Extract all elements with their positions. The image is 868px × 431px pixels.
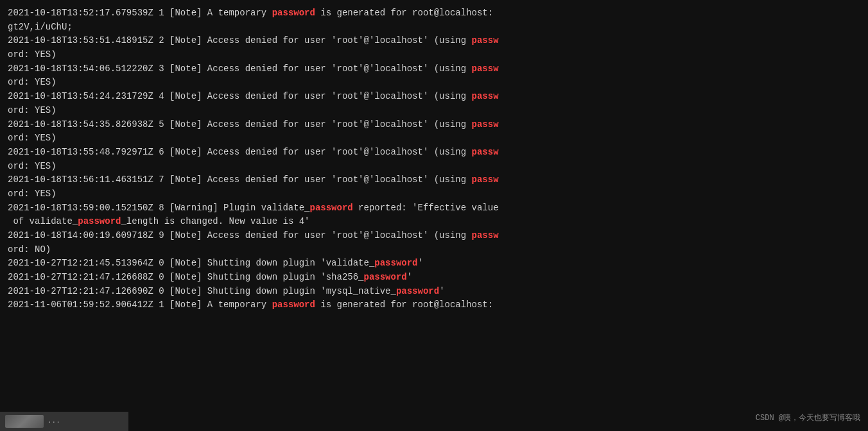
normal-text: 2021-11-06T01:59:52.906412Z 1 [Note] A t… [8,300,272,310]
normal-text: 2021-10-18T13:55:48.792971Z 6 [Note] Acc… [8,147,472,157]
normal-text: ord: YES) [8,161,56,171]
highlighted-keyword: passw [472,91,499,101]
normal-text: 2021-10-27T12:21:45.513964Z 0 [Note] Shu… [8,258,374,268]
highlighted-keyword: password [272,8,315,18]
log-line: ord: YES) [8,48,860,62]
bottom-bar-text: ... [48,416,60,427]
normal-text: ' [418,258,423,268]
highlighted-keyword: password [309,203,352,213]
log-line: ord: NO) [8,243,860,257]
normal-text: ord: YES) [8,189,56,199]
normal-text: 2021-10-18T13:52:17.679539Z 1 [Note] A t… [8,8,272,18]
highlighted-keyword: passw [472,174,499,185]
normal-text: 2021-10-27T12:21:47.126688Z 0 [Note] Shu… [8,272,364,282]
log-line: ord: YES) [8,187,860,201]
log-line: 2021-10-18T13:54:06.512220Z 3 [Note] Acc… [8,62,860,76]
log-line: of validate_password_length is changed. … [8,215,860,229]
normal-text: 2021-10-27T12:21:47.126690Z 0 [Note] Shu… [8,286,396,296]
log-line: 2021-10-27T12:21:47.126690Z 0 [Note] Shu… [8,285,860,299]
highlighted-keyword: passw [472,63,499,74]
normal-text: 2021-10-18T13:56:11.463151Z 7 [Note] Acc… [8,174,472,185]
normal-text: 2021-10-18T14:00:19.609718Z 9 [Note] Acc… [8,230,472,241]
highlighted-keyword: passw [472,230,499,241]
highlighted-keyword: password [374,258,417,268]
normal-text: ' [439,286,444,296]
log-line: 2021-10-18T13:53:51.418915Z 2 [Note] Acc… [8,34,860,48]
normal-text: ord: NO) [8,244,51,255]
log-line: ord: YES) [8,131,860,146]
highlighted-keyword: passw [472,147,499,157]
normal-text: ord: YES) [8,77,56,87]
normal-text: 2021-10-18T13:59:00.152150Z 8 [Warning] … [8,203,309,213]
log-line: 2021-10-18T13:56:11.463151Z 7 [Note] Acc… [8,173,860,187]
normal-text: is generated for root@localhost: [315,8,493,18]
normal-text: ord: YES) [8,133,56,143]
normal-text: is generated for root@localhost: [315,300,493,310]
highlighted-keyword: passw [472,35,499,46]
watermark: CSDN @咦，今天也要写博客哦 [756,412,860,425]
log-line: 2021-11-06T01:59:52.906412Z 1 [Note] A t… [8,298,860,312]
highlighted-keyword: password [78,216,121,226]
log-line: 2021-10-27T12:21:45.513964Z 0 [Note] Shu… [8,257,860,271]
log-line: 2021-10-18T13:52:17.679539Z 1 [Note] A t… [8,6,860,21]
highlighted-keyword: passw [472,119,499,130]
log-line: ord: YES) [8,160,860,174]
log-line: 2021-10-18T13:54:24.231729Z 4 [Note] Acc… [8,90,860,104]
normal-text: ' [407,272,412,282]
normal-text: gt2V,i/uChU; [8,22,73,32]
log-line: ord: YES) [8,76,860,90]
log-line: 2021-10-18T13:55:48.792971Z 6 [Note] Acc… [8,146,860,160]
log-container: 2021-10-18T13:52:17.679539Z 1 [Note] A t… [8,6,860,312]
normal-text: ord: YES) [8,49,56,60]
log-line: 2021-10-18T13:54:35.826938Z 5 [Note] Acc… [8,118,860,132]
normal-text: of validate_ [8,216,78,226]
bottom-bar: ... [0,412,128,431]
bottom-bar-image [5,415,44,428]
normal-text: 2021-10-18T13:54:06.512220Z 3 [Note] Acc… [8,63,472,74]
normal-text: reported: 'Effective value [353,203,499,213]
log-line: 2021-10-18T13:59:00.152150Z 8 [Warning] … [8,201,860,216]
highlighted-keyword: password [364,272,407,282]
normal-text: 2021-10-18T13:54:24.231729Z 4 [Note] Acc… [8,91,472,101]
normal-text: 2021-10-18T13:54:35.826938Z 5 [Note] Acc… [8,119,472,130]
log-line: gt2V,i/uChU; [8,21,860,35]
normal-text: ord: YES) [8,105,56,115]
log-line: 2021-10-27T12:21:47.126688Z 0 [Note] Shu… [8,271,860,285]
normal-text: _length is changed. New value is 4' [121,216,309,226]
log-line: 2021-10-18T14:00:19.609718Z 9 [Note] Acc… [8,229,860,243]
terminal-window: 2021-10-18T13:52:17.679539Z 1 [Note] A t… [0,0,868,431]
log-line: ord: YES) [8,104,860,118]
highlighted-keyword: password [396,286,439,296]
normal-text: 2021-10-18T13:53:51.418915Z 2 [Note] Acc… [8,35,472,46]
highlighted-keyword: password [272,300,315,310]
